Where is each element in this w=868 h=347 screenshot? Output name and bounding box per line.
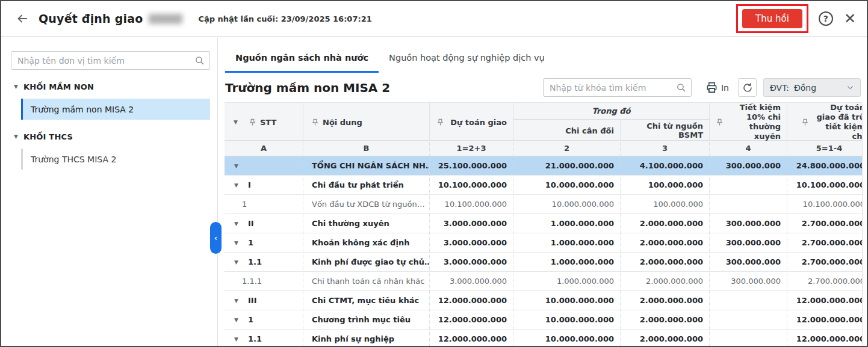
cell-noi-dung: Chi CTMT, mục tiêu khác	[303, 291, 430, 310]
column-header-stt[interactable]: ▼ STT	[225, 103, 303, 141]
redacted-text	[149, 14, 182, 24]
tab-nguon-ngan-sach[interactable]: Nguồn ngân sách nhà nước	[225, 53, 379, 73]
column-header-chi-tu-nguon-bsmt[interactable]: Chi từ nguồn BSMT	[621, 120, 710, 141]
sidebar-item-label: Trường THCS MISA 2	[31, 155, 116, 164]
cell-value-2: 1.000.000.000	[513, 253, 621, 271]
unit-dropdown[interactable]: ĐVT: Đồng	[763, 78, 861, 97]
cell-value-3: 2.000.000.000	[621, 291, 710, 310]
tree-group-label: KHỐI THCS	[23, 132, 73, 141]
chevron-left-icon: ‹	[214, 233, 217, 242]
expand-caret-icon[interactable]: ▼	[234, 317, 244, 323]
table-row[interactable]: ▼1Khoản không xác định3.000.000.0001.000…	[225, 233, 862, 253]
cell-value-1: 12.000.000.000	[430, 330, 513, 346]
cell-value-2: 10.000.000.000	[513, 195, 621, 213]
expand-caret-icon[interactable]: ▼	[234, 298, 244, 304]
stt-text: 1.1	[248, 334, 262, 343]
table-header: ▼ STT Nội dung Dự toán giao	[225, 102, 862, 141]
column-label: Chi từ nguồn BSMT	[621, 121, 703, 140]
pin-icon[interactable]	[437, 118, 444, 126]
cell-value-5: 10.100.000.000	[787, 176, 862, 194]
tree-group-header[interactable]: ▼ KHỐI THCS	[1, 128, 217, 145]
cell-value-3: 100.000.000	[621, 176, 710, 194]
cell-value-5: 2.700.000.000	[787, 214, 862, 233]
code-cell: 1=2+3	[430, 141, 513, 156]
close-icon[interactable]: ✕	[844, 11, 856, 26]
print-button[interactable]: In	[702, 82, 729, 93]
selection-bar	[21, 99, 23, 120]
cell-stt: ▼	[225, 156, 303, 175]
table-row[interactable]: ▼IIIChi CTMT, mục tiêu khác12.000.000.00…	[225, 291, 862, 310]
refresh-icon	[742, 82, 753, 93]
top-bar: Quyết định giao Cập nhật lần cuối: 23/09…	[1, 1, 867, 37]
expand-caret-icon[interactable]: ▼	[234, 336, 244, 342]
refresh-button[interactable]	[738, 78, 757, 97]
table-row[interactable]: ▼IChi đầu tư phát triển10.100.000.00010.…	[225, 176, 862, 195]
expand-caret-icon[interactable]: ▼	[234, 259, 244, 265]
pin-icon[interactable]	[312, 118, 318, 126]
column-header-noi-dung[interactable]: Nội dung	[303, 103, 430, 141]
tree-group-thcs: ▼ KHỐI THCS Trường THCS MISA 2	[1, 128, 217, 170]
sidebar-item-truong-thcs[interactable]: Trường THCS MISA 2	[21, 149, 210, 170]
cell-noi-dung: Kinh phí sự nghiệp	[303, 330, 430, 346]
table-row[interactable]: ▼IIChi thường xuyên3.000.000.0001.000.00…	[225, 214, 862, 233]
column-header-du-toan-giao[interactable]: Dự toán giao	[430, 103, 513, 141]
tab-nguon-hoat-dong[interactable]: Nguồn hoạt động sự nghiệp dịch vụ	[379, 53, 555, 73]
pin-icon[interactable]	[802, 118, 808, 126]
column-header-chi-can-doi[interactable]: Chi cân đối	[513, 120, 621, 141]
stt-text: 1	[248, 315, 253, 324]
column-header-du-toan-tru[interactable]: Dự toán giao đã trừ tiết kiệm chi	[787, 103, 862, 141]
code-cell: 2	[513, 141, 621, 156]
code-cell: B	[303, 141, 430, 156]
main-panel: Nguồn ngân sách nhà nước Nguồn hoạt động…	[219, 38, 867, 346]
table-row[interactable]: 1.1.1Chi thanh toán cá nhân khác3.000.00…	[225, 272, 862, 291]
caret-down-icon: ▼	[14, 84, 23, 90]
sidebar-collapse-handle[interactable]: ‹	[210, 222, 222, 254]
cell-value-5: 2.700.000.000	[787, 272, 862, 290]
expand-caret-icon[interactable]: ▼	[234, 163, 244, 169]
cell-value-1: 25.100.000.000	[430, 156, 513, 175]
printer-icon	[706, 82, 718, 93]
column-label: Trong đó	[592, 106, 630, 115]
table-row[interactable]: ▼1.1Kinh phí sự nghiệp12.000.000.00010.0…	[225, 330, 862, 346]
column-header-tiet-kiem[interactable]: Tiết kiệm 10% chi thường xuyên	[710, 103, 787, 141]
table-row[interactable]: ▼1.1Kinh phí được giao tự chủ…3.000.000.…	[225, 253, 862, 272]
cell-value-2: 21.000.000.000	[513, 156, 621, 175]
stt-text: 1	[248, 238, 253, 247]
expand-caret-icon[interactable]: ▼	[234, 240, 244, 246]
cell-stt: 1.1.1	[225, 272, 303, 290]
cell-stt: ▼1	[225, 310, 303, 329]
cell-value-3: 2.000.000.000	[621, 233, 710, 252]
pin-icon[interactable]	[716, 118, 723, 126]
toolbar: Trường mầm non MISA 2 In	[219, 73, 867, 102]
vertical-scrollbar[interactable]	[862, 104, 867, 346]
expand-caret-icon[interactable]: ▼	[234, 221, 244, 227]
table-row[interactable]: 1Vốn đầu tư XDCB từ nguồn…10.100.000.000…	[225, 195, 862, 214]
tree-group-header[interactable]: ▼ KHỐI MẦM NON	[1, 78, 217, 95]
help-icon[interactable]: ?	[819, 11, 833, 26]
cell-value-4	[710, 195, 787, 213]
cell-value-1: 3.000.000.000	[430, 214, 513, 233]
column-code-row: A B 1=2+3 2 3 4 5=1-4	[225, 141, 862, 156]
keyword-search-input[interactable]	[543, 78, 692, 97]
column-label: Dự toán giao	[450, 118, 507, 127]
filter-caret-icon[interactable]: ▼	[234, 119, 243, 125]
cell-value-5: 12.000.000.000	[787, 291, 862, 310]
table-row[interactable]: ▼1Chương trình mục tiêu12.000.000.00010.…	[225, 310, 862, 330]
back-arrow-icon[interactable]	[14, 11, 30, 26]
cell-noi-dung: Vốn đầu tư XDCB từ nguồn…	[303, 195, 430, 213]
sidebar-item-truong-mam-non[interactable]: Trường mầm non MISA 2	[21, 99, 210, 120]
cell-value-1: 12.000.000.000	[430, 310, 513, 329]
cell-value-3: 2.000.000.000	[621, 214, 710, 233]
cell-value-4: 300.000.000	[710, 233, 787, 252]
table-row[interactable]: ▼TỔNG CHI NGÂN SÁCH NH…25.100.000.00021.…	[225, 156, 862, 176]
cell-value-2: 1.000.000.000	[513, 214, 621, 233]
expand-caret-icon[interactable]: ▼	[234, 182, 244, 188]
stt-text: 1.1	[248, 257, 262, 266]
cell-noi-dung: Chương trình mục tiêu	[303, 310, 430, 329]
pin-icon[interactable]	[249, 118, 256, 126]
revoke-button[interactable]: Thu hồi	[742, 9, 802, 28]
unit-search-input[interactable]	[11, 51, 210, 70]
cell-stt: ▼I	[225, 176, 303, 194]
tab-bar: Nguồn ngân sách nhà nước Nguồn hoạt động…	[219, 38, 867, 73]
code-cell: 5=1-4	[787, 141, 862, 156]
